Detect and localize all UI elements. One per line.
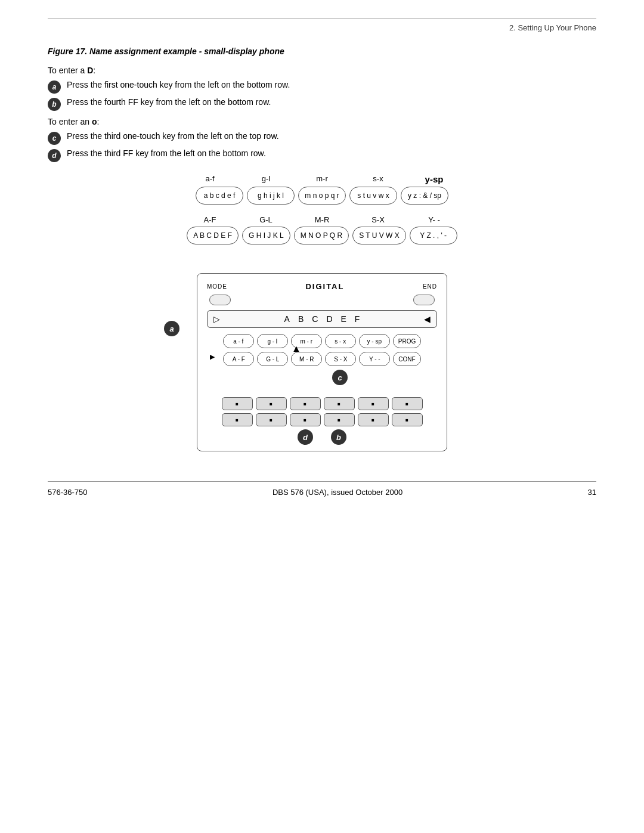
bottom-labels-row: A-F G-L M-R S-X Y- - xyxy=(184,215,460,224)
touch-key-1-4[interactable]: ■ xyxy=(324,397,355,410)
step-d-line: d Press the third FF key from the left o… xyxy=(48,148,596,162)
mode-label: MODE xyxy=(207,283,227,290)
step-d-badge: d xyxy=(48,149,61,162)
diagram-wrapper: a MODE DIGITAL END ▷ A B C xyxy=(48,261,596,457)
page: 2. Setting Up Your Phone Figure 17. Name… xyxy=(0,0,644,833)
annotation-badge-c: c xyxy=(332,370,348,385)
step-c-line: c Press the third one-touch key from the… xyxy=(48,131,596,145)
nav-letter-d: D xyxy=(326,314,332,324)
arrow-to-mr: ▲ xyxy=(292,343,301,354)
enter-d-label: To enter a D: xyxy=(48,66,596,75)
step-b-badge: b xyxy=(48,98,61,111)
key-YZdash: Y Z . , ' - xyxy=(410,227,457,244)
key-STUVWX: S T U V W X xyxy=(352,227,406,244)
lowercase-keys-row: a b c d e f g h i j k l m n o p q r s t … xyxy=(196,187,448,205)
row2-wrapper: ▲ ▶ A - F G - L M - R S - X Y - - CONF xyxy=(207,352,437,366)
footer-right: 31 xyxy=(588,488,596,497)
label-Ydash: Y- - xyxy=(408,215,460,224)
touch-key-1-2[interactable]: ■ xyxy=(256,397,287,410)
phone-diagram: MODE DIGITAL END ▷ A B C D E F xyxy=(197,273,447,451)
nav-letter-e: E xyxy=(341,314,346,324)
instruction-block-d: To enter a D: a Press the first one-touc… xyxy=(48,66,596,111)
key-G-L-upper[interactable]: G - L xyxy=(257,352,288,366)
key-g-l-lower[interactable]: g - l xyxy=(257,334,288,348)
step-d-text: Press the third FF key from the left on … xyxy=(67,148,266,158)
af-upper-wrap: ▶ A - F xyxy=(223,352,254,366)
annotation-badge-b: b xyxy=(331,429,346,445)
nav-letters: A B C D E F xyxy=(284,314,360,324)
label-ysp: y-sp xyxy=(408,174,460,184)
figure-title: Figure 17. Name assignment example - sma… xyxy=(48,47,596,56)
nav-letter-f: F xyxy=(355,314,360,324)
touch-row-2: ■ ■ ■ ■ ■ ■ xyxy=(207,413,437,426)
spacer xyxy=(207,373,437,391)
touch-key-2-4[interactable]: ■ xyxy=(324,413,355,426)
enter-o-label: To enter an o: xyxy=(48,117,596,126)
nav-letter-c: C xyxy=(312,314,318,324)
key-stuvwx: s t u v w x xyxy=(349,187,397,205)
prog-key[interactable]: PROG xyxy=(393,334,421,348)
header-section: 2. Setting Up Your Phone xyxy=(48,23,596,32)
touch-key-1-5[interactable]: ■ xyxy=(358,397,389,410)
key-s-x-lower[interactable]: s - x xyxy=(325,334,356,348)
conf-key[interactable]: CONF xyxy=(393,352,420,366)
mode-button[interactable] xyxy=(209,295,231,305)
key-a-f-lower[interactable]: a - f xyxy=(223,334,254,348)
key-ghijkl: g h i j k l xyxy=(247,187,295,205)
step-c-badge: c xyxy=(48,132,61,145)
touch-key-2-1[interactable]: ■ xyxy=(222,413,253,426)
label-MR: M-R xyxy=(296,215,348,224)
key-ABCDEF: A B C D E F xyxy=(187,227,239,244)
key-S-X-upper[interactable]: S - X xyxy=(325,352,356,366)
step-b-text: Press the fourth FF key from the left on… xyxy=(67,97,271,107)
badge-b-group: ▲ b xyxy=(334,429,343,441)
label-gl: g-l xyxy=(240,174,292,184)
key-y-sp-lower[interactable]: y - sp xyxy=(359,334,390,348)
label-GL: G-L xyxy=(240,215,292,224)
key-Y-dash-upper[interactable]: Y - - xyxy=(359,352,390,366)
end-button[interactable] xyxy=(413,295,435,305)
annotation-badge-a: a xyxy=(164,321,179,336)
nav-letter-a: A xyxy=(284,314,290,324)
touch-key-2-6[interactable]: ■ xyxy=(392,413,423,426)
key-abcdef: a b c d e f xyxy=(196,187,243,205)
phone-top-buttons xyxy=(207,295,437,305)
label-AF: A-F xyxy=(184,215,236,224)
key-yzsp: y z : & / sp xyxy=(401,187,448,205)
key-MNOPQR: M N O P Q R xyxy=(294,227,349,244)
arrow-right-af: ▶ xyxy=(210,353,215,361)
badge-d-group: ▲ d xyxy=(301,429,310,441)
step-a-line: a Press the first one-touch key from the… xyxy=(48,80,596,94)
bottom-badges-wrapper: ▲ d ▲ b xyxy=(207,429,437,441)
phone-row1: a - f g - l m - r s - x y - sp PROG xyxy=(207,334,437,348)
touch-key-2-2[interactable]: ■ xyxy=(256,413,287,426)
footer: 576-36-750 DBS 576 (USA), issued October… xyxy=(48,488,596,497)
phone-brand: DIGITAL xyxy=(227,282,423,291)
footer-rule xyxy=(48,481,596,482)
label-SX: S-X xyxy=(352,215,404,224)
touch-key-1-6[interactable]: ■ xyxy=(392,397,423,410)
touch-key-2-3[interactable]: ■ xyxy=(290,413,321,426)
touch-key-1-1[interactable]: ■ xyxy=(222,397,253,410)
uppercase-keys-row: A B C D E F G H I J K L M N O P Q R S T … xyxy=(187,227,457,244)
key-layout-section: a-f g-l m-r s-x y-sp a b c d e f g h i j… xyxy=(48,174,596,249)
phone-nav-row: ▷ A B C D E F ◀ xyxy=(207,310,437,328)
instruction-block-o: To enter an o: c Press the third one-tou… xyxy=(48,117,596,162)
step-c-text: Press the third one-touch key from the l… xyxy=(67,131,279,141)
key-A-F-upper[interactable]: A - F xyxy=(223,352,254,366)
footer-left: 576-36-750 xyxy=(48,488,88,497)
nav-left-arrow: ▷ xyxy=(213,314,220,324)
label-af: a-f xyxy=(184,174,236,184)
key-GHIJKL: G H I J K L xyxy=(242,227,290,244)
nav-right-arrow: ◀ xyxy=(424,314,431,324)
phone-row2: ▶ A - F G - L M - R S - X Y - - CONF xyxy=(207,352,437,366)
key-mnopqr: m n o p q r xyxy=(298,187,346,205)
step-a-badge: a xyxy=(48,80,61,94)
label-sx: s-x xyxy=(352,174,404,184)
touch-key-1-3[interactable]: ■ xyxy=(290,397,321,410)
end-label: END xyxy=(423,283,437,290)
header-rule xyxy=(48,18,596,18)
label-mr: m-r xyxy=(296,174,348,184)
top-labels-row: a-f g-l m-r s-x y-sp xyxy=(184,174,460,184)
touch-key-2-5[interactable]: ■ xyxy=(358,413,389,426)
